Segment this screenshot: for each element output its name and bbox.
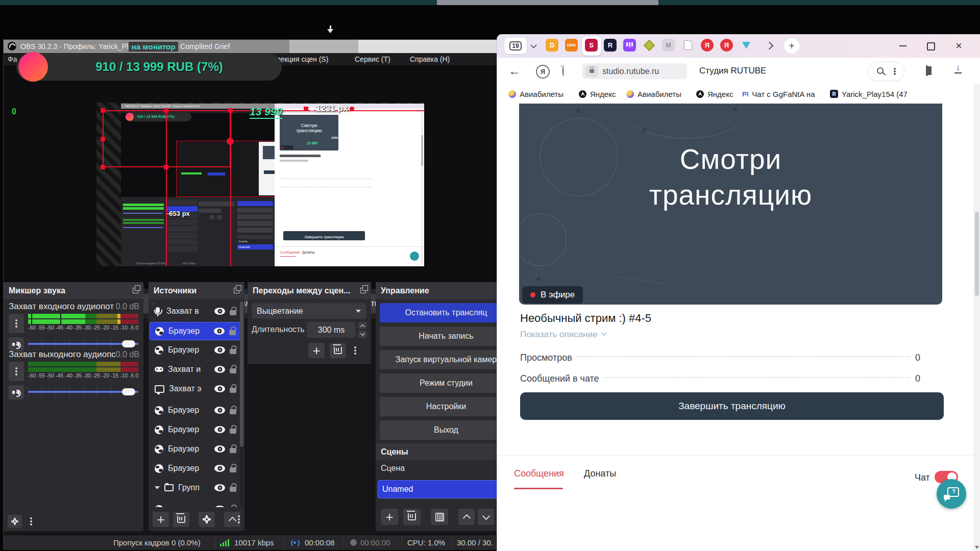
tab-messages[interactable]: Сообщения [514, 468, 564, 479]
obs-preview-area[interactable]: 0 OBS 30.2.3 - Профиль: Yarick_Play154 -… [4, 65, 497, 289]
studio-mode-button[interactable]: Режим студии [380, 373, 497, 393]
lock-icon[interactable] [230, 409, 236, 414]
stream-preview-card[interactable]: Смотри трансляцию В эфире [519, 104, 942, 305]
transform-rotate-handle[interactable] [227, 138, 234, 145]
scene-down-button[interactable] [478, 509, 494, 525]
source-properties-button[interactable] [199, 512, 215, 527]
virtual-camera-button[interactable]: Запуск виртуальной камер [380, 350, 497, 369]
eye-icon[interactable] [214, 407, 225, 414]
remove-scene-button[interactable] [403, 509, 421, 525]
pinned-tab-yandex-1[interactable]: Я [701, 39, 714, 52]
source-row[interactable]: Браузер [150, 421, 241, 438]
source-row[interactable]: Браузер [150, 402, 241, 419]
sources-dock-header[interactable]: Источники [149, 282, 244, 299]
lock-icon[interactable] [230, 467, 236, 472]
add-transition-button[interactable]: + [308, 343, 325, 358]
menu-file[interactable]: Фа [8, 55, 17, 63]
pinned-tab-diamond[interactable] [643, 39, 655, 52]
mixer-ch2-volume-slider[interactable] [28, 387, 138, 396]
eye-icon[interactable] [214, 445, 225, 453]
pinned-tab-studio-rutube[interactable]: S [585, 39, 598, 52]
menu-tools[interactable]: Сервис (T) [355, 55, 390, 63]
tabs-dropdown-icon[interactable] [530, 42, 536, 48]
slider-knob[interactable] [122, 340, 135, 347]
bookmark-item[interactable]: Яндекс [579, 84, 616, 104]
page-refresh-icon[interactable] [562, 65, 565, 76]
show-description-link[interactable]: Показать описание [520, 330, 607, 340]
scrollbar-thumb[interactable] [975, 212, 979, 296]
eye-icon[interactable] [214, 308, 225, 315]
eye-icon[interactable] [214, 484, 225, 491]
scene-filters-button[interactable] [431, 509, 448, 525]
zoom-search-icon[interactable] [876, 67, 886, 76]
transition-more-button[interactable] [351, 343, 360, 358]
source-row[interactable]: Захват и [150, 361, 241, 378]
exit-button[interactable]: Выход [380, 420, 497, 440]
eye-icon[interactable] [214, 328, 225, 335]
duration-spinner[interactable]: 300 ms [307, 322, 356, 338]
pinned-tab-m[interactable]: M [662, 39, 675, 52]
source-row-group[interactable]: Групп [150, 479, 241, 496]
bookmark-item[interactable]: Яндекс [696, 84, 733, 104]
scene-up-button[interactable] [458, 509, 475, 525]
bookmark-item[interactable]: Авиабилеты [508, 84, 564, 104]
caret-down-icon[interactable] [155, 486, 160, 489]
new-tab-button[interactable]: + [784, 38, 799, 54]
sources-more-button[interactable] [235, 512, 242, 527]
tab-donations[interactable]: Донаты [584, 468, 616, 479]
lock-icon[interactable] [230, 487, 236, 492]
mixer-ch2-mute-button[interactable] [9, 385, 24, 399]
scene-row[interactable]: Сцена [381, 464, 405, 473]
popout-icon[interactable] [360, 288, 366, 293]
mixer-settings-button[interactable] [8, 515, 22, 528]
transform-handle[interactable] [228, 108, 233, 113]
back-icon[interactable]: ← [508, 64, 521, 78]
bookmark-item[interactable]: PIЧат с GgFaNtA на [742, 84, 815, 104]
address-bar[interactable]: studio.rutube.ru [582, 63, 687, 79]
lock-icon[interactable] [230, 429, 236, 434]
sources-scroll-thumb[interactable] [240, 302, 243, 447]
mixer-ch1-menu-button[interactable] [9, 314, 24, 333]
side-panels-icon[interactable] [926, 66, 928, 76]
yandex-home-icon[interactable]: Я [536, 65, 550, 79]
transform-handle[interactable] [164, 165, 168, 169]
transform-handle[interactable] [101, 165, 105, 169]
source-row[interactable]: Браузер [150, 440, 241, 458]
scrollbar-down-arrow[interactable] [975, 546, 979, 549]
popout-icon[interactable] [133, 288, 138, 293]
mixer-dock-header[interactable]: Микшер звука [4, 282, 143, 299]
scene-row-selected[interactable]: Unamed [378, 480, 497, 498]
tab-overflow-icon[interactable] [766, 42, 774, 50]
settings-button[interactable]: Настройки [380, 397, 497, 416]
tab-counter[interactable]: 19 [504, 38, 527, 54]
add-scene-button[interactable]: + [381, 509, 398, 525]
pinned-tab-rutube[interactable]: R [604, 39, 617, 52]
sources-scrollbar[interactable] [240, 302, 243, 506]
source-row[interactable]: Браузер [150, 341, 241, 359]
source-row[interactable]: Захват в [150, 303, 241, 320]
maximize-button[interactable] [927, 42, 935, 51]
eye-icon[interactable] [214, 366, 225, 373]
lock-icon[interactable] [230, 388, 236, 393]
transform-handle[interactable] [101, 108, 105, 113]
add-source-button[interactable]: + [153, 512, 169, 527]
lock-icon[interactable] [230, 368, 236, 373]
pinned-tab-doc[interactable] [681, 39, 694, 52]
eye-icon[interactable] [214, 346, 225, 354]
pinned-tab-plane[interactable] [740, 39, 752, 52]
lock-icon[interactable] [229, 330, 236, 335]
url-text[interactable]: studio.rutube.ru [602, 67, 659, 76]
support-fab[interactable]: ? [937, 479, 966, 509]
pinned-tab-twitch[interactable] [623, 39, 636, 52]
lock-icon[interactable] [230, 448, 236, 453]
transition-select[interactable]: Выцветание [252, 303, 366, 319]
eye-icon[interactable] [214, 426, 225, 433]
eye-icon[interactable] [214, 385, 225, 392]
transform-handle[interactable] [101, 137, 105, 141]
lock-icon[interactable] [230, 310, 236, 315]
pinned-tab-donationalerts[interactable]: D [546, 39, 558, 52]
duration-up-button[interactable] [358, 322, 367, 329]
menu-scene-collection[interactable]: лекция сцен (S) [276, 55, 328, 63]
toolbar-more-icon[interactable] [894, 68, 896, 70]
mixer-more-button[interactable] [26, 515, 36, 528]
